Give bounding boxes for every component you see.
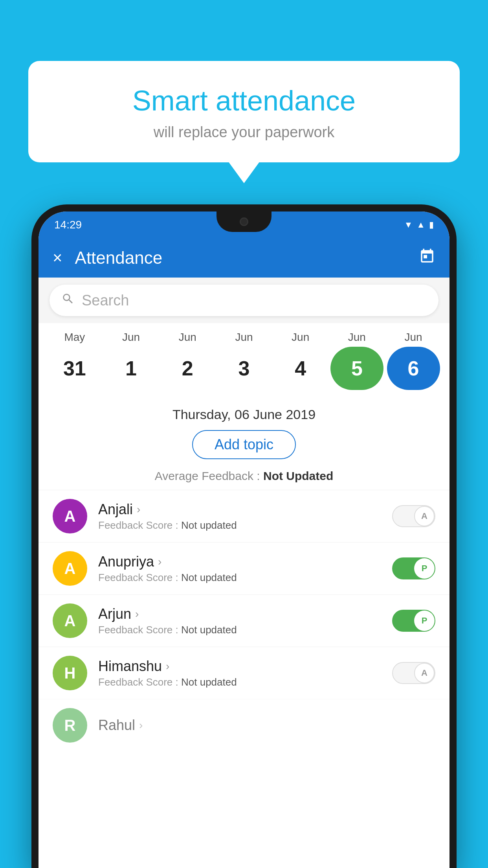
student-name-partial: Rahul › bbox=[98, 717, 435, 734]
avatar-anupriya: A bbox=[53, 551, 87, 586]
phone-inner: 14:29 ▼ ▲ ▮ × Attendance bbox=[39, 211, 449, 868]
calendar-strip: May Jun Jun Jun Jun Jun Jun 31 1 2 3 4 5… bbox=[39, 323, 449, 400]
student-item-anupriya: A Anupriya › Feedback Score : Not update… bbox=[39, 542, 449, 594]
month-1: Jun bbox=[105, 331, 158, 344]
student-feedback-arjun: Feedback Score : Not updated bbox=[98, 624, 381, 636]
avatar-himanshu: H bbox=[53, 656, 87, 690]
student-info-partial: Rahul › bbox=[98, 717, 435, 734]
student-name-arjun: Arjun › bbox=[98, 606, 381, 622]
search-container: Search bbox=[39, 278, 449, 323]
date-5-today[interactable]: 5 bbox=[330, 347, 383, 390]
student-info-himanshu[interactable]: Himanshu › Feedback Score : Not updated bbox=[98, 658, 381, 688]
status-time: 14:29 bbox=[54, 219, 82, 231]
student-item-arjun: A Arjun › Feedback Score : Not updated P bbox=[39, 594, 449, 647]
search-placeholder: Search bbox=[82, 292, 129, 309]
toggle-anupriya-switch[interactable]: P bbox=[392, 557, 435, 579]
bubble-tail bbox=[228, 162, 260, 183]
speech-bubble: Smart attendance will replace your paper… bbox=[28, 61, 460, 162]
student-name-himanshu: Himanshu › bbox=[98, 658, 381, 675]
student-feedback-anupriya: Feedback Score : Not updated bbox=[98, 572, 381, 584]
student-feedback-himanshu: Feedback Score : Not updated bbox=[98, 676, 381, 688]
student-info-anjali[interactable]: Anjali › Feedback Score : Not updated bbox=[98, 501, 381, 531]
chevron-arjun: › bbox=[135, 608, 139, 620]
search-icon bbox=[61, 292, 75, 309]
toggle-arjun-switch[interactable]: P bbox=[392, 610, 435, 632]
date-31[interactable]: 31 bbox=[48, 347, 101, 390]
bubble-title: Smart attendance bbox=[48, 85, 440, 117]
avatar-anjali: A bbox=[53, 499, 87, 533]
app-bar-title: Attendance bbox=[75, 248, 406, 268]
speech-bubble-container: Smart attendance will replace your paper… bbox=[28, 61, 460, 183]
month-3: Jun bbox=[217, 331, 270, 344]
student-name-anupriya: Anupriya › bbox=[98, 554, 381, 570]
phone-notch bbox=[216, 211, 272, 232]
avg-feedback-value: Not Updated bbox=[263, 469, 333, 482]
avatar-partial: R bbox=[53, 708, 87, 743]
student-info-arjun[interactable]: Arjun › Feedback Score : Not updated bbox=[98, 606, 381, 636]
student-item-anjali: A Anjali › Feedback Score : Not updated … bbox=[39, 490, 449, 542]
calendar-icon[interactable] bbox=[419, 248, 435, 268]
month-2: Jun bbox=[161, 331, 214, 344]
add-topic-section: Add topic bbox=[39, 427, 449, 466]
add-topic-button[interactable]: Add topic bbox=[192, 430, 296, 459]
close-button[interactable]: × bbox=[53, 248, 62, 267]
camera-dot bbox=[240, 217, 248, 226]
signal-icon: ▲ bbox=[416, 220, 425, 230]
month-4: Jun bbox=[274, 331, 327, 344]
bubble-subtitle: will replace your paperwork bbox=[48, 124, 440, 141]
wifi-icon: ▼ bbox=[404, 220, 413, 230]
phone-frame: 14:29 ▼ ▲ ▮ × Attendance bbox=[31, 204, 457, 868]
toggle-thumb-arjun: P bbox=[414, 611, 435, 631]
month-6: Jun bbox=[387, 331, 440, 344]
chevron-anjali: › bbox=[137, 503, 140, 516]
app-bar: × Attendance bbox=[39, 238, 449, 278]
avatar-arjun: A bbox=[53, 603, 87, 638]
chevron-himanshu: › bbox=[166, 660, 169, 673]
toggle-himanshu-switch[interactable]: A bbox=[392, 662, 435, 684]
calendar-dates: 31 1 2 3 4 5 6 bbox=[42, 344, 446, 396]
selected-date-label: Thursday, 06 June 2019 bbox=[39, 400, 449, 427]
status-icons: ▼ ▲ ▮ bbox=[404, 220, 434, 230]
avg-feedback-label: Average Feedback : bbox=[155, 469, 263, 482]
toggle-thumb-anjali: A bbox=[414, 506, 435, 526]
date-1[interactable]: 1 bbox=[105, 347, 158, 390]
student-item-himanshu: H Himanshu › Feedback Score : Not update… bbox=[39, 647, 449, 699]
toggle-himanshu[interactable]: A bbox=[392, 662, 435, 684]
toggle-thumb-himanshu: A bbox=[414, 663, 435, 683]
date-6-selected[interactable]: 6 bbox=[387, 347, 440, 390]
toggle-anupriya[interactable]: P bbox=[392, 557, 435, 579]
chevron-anupriya: › bbox=[158, 555, 161, 568]
student-feedback-anjali: Feedback Score : Not updated bbox=[98, 519, 381, 531]
date-2[interactable]: 2 bbox=[161, 347, 214, 390]
avg-feedback: Average Feedback : Not Updated bbox=[39, 466, 449, 490]
date-4[interactable]: 4 bbox=[274, 347, 327, 390]
content-area: Thursday, 06 June 2019 Add topic Average… bbox=[39, 400, 449, 751]
toggle-anjali[interactable]: A bbox=[392, 505, 435, 527]
student-list: A Anjali › Feedback Score : Not updated … bbox=[39, 490, 449, 751]
date-3[interactable]: 3 bbox=[217, 347, 270, 390]
month-5: Jun bbox=[330, 331, 383, 344]
month-0: May bbox=[48, 331, 101, 344]
toggle-anjali-switch[interactable]: A bbox=[392, 505, 435, 527]
chevron-partial: › bbox=[139, 719, 143, 732]
battery-icon: ▮ bbox=[429, 220, 434, 230]
student-info-anupriya[interactable]: Anupriya › Feedback Score : Not updated bbox=[98, 554, 381, 584]
student-name-anjali: Anjali › bbox=[98, 501, 381, 518]
toggle-arjun[interactable]: P bbox=[392, 610, 435, 632]
toggle-thumb-anupriya: P bbox=[414, 558, 435, 579]
status-bar: 14:29 ▼ ▲ ▮ bbox=[39, 211, 449, 238]
search-bar[interactable]: Search bbox=[50, 285, 438, 316]
calendar-months: May Jun Jun Jun Jun Jun Jun bbox=[42, 331, 446, 344]
student-item-partial: R Rahul › bbox=[39, 699, 449, 751]
